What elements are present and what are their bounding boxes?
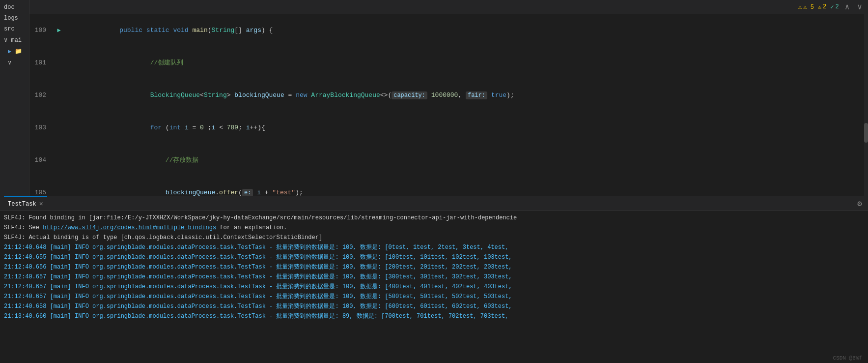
code-line-105: 105 blockingQueue.offer(e: i + "test"); — [29, 177, 868, 196]
main-container: doc logs src ∨ mai ▶ 📁 ∨ ⚠ ⚠ 5 ⚠ — [0, 0, 868, 363]
expand-arrow: ∨ — [4, 37, 11, 44]
line-number-104: 104 — [29, 155, 54, 166]
editor-scrollbar[interactable] — [864, 14, 868, 196]
code-editor: ⚠ ⚠ 5 ⚠ 2 ✓ 2 ∧ ∨ 100 — [29, 0, 868, 196]
line-number-105: 105 — [29, 187, 54, 196]
console-output[interactable]: SLF4J: Found binding in [jar:file:/E:/y-… — [0, 211, 868, 363]
log-line-8: 21:12:40.657 [main] INFO org.springblade… — [4, 292, 864, 302]
panel-tab-testtask[interactable]: TestTask × — [4, 196, 47, 211]
code-lines-container: 100 ▶ public static void main(String[] a… — [29, 14, 868, 196]
line-code-103: for (int i = 0 ;i < 789; i++){ — [64, 112, 868, 144]
code-scroll-area[interactable]: 100 ▶ public static void main(String[] a… — [29, 14, 868, 196]
log-line-1: SLF4J: See http://www.slf4j.org/codes.ht… — [4, 223, 864, 233]
line-number-100: 100 — [29, 25, 54, 36]
nav-up-button[interactable]: ∧ — [843, 1, 852, 13]
line-number-102: 102 — [29, 90, 54, 101]
log-text-3: 21:12:40.648 [main] INFO org.springblade… — [4, 244, 508, 251]
watermark: CSDN @6%f — [833, 355, 862, 361]
line-code-105: blockingQueue.offer(e: i + "test"); — [64, 177, 868, 196]
sidebar-item-src[interactable]: src — [0, 24, 29, 34]
line-code-102: BlockingQueue<String> blockingQueue = ne… — [64, 79, 868, 112]
log-line-2: SLF4J: Actual binding is of type [ch.qos… — [4, 233, 864, 242]
run-icon[interactable]: ▶ — [57, 25, 60, 36]
code-line-100: 100 ▶ public static void main(String[] a… — [29, 14, 868, 47]
line-code-104: //存放数据 — [64, 144, 868, 177]
line-number-101: 101 — [29, 58, 54, 68]
log-text-10: 21:13:40.660 [main] INFO org.springblade… — [4, 313, 508, 320]
log-text-8: 21:12:40.657 [main] INFO org.springblade… — [4, 293, 512, 300]
log-text-1a: SLF4J: See — [4, 224, 43, 231]
line-code-101: //创建队列 — [64, 47, 868, 79]
editor-section: doc logs src ∨ mai ▶ 📁 ∨ ⚠ ⚠ 5 ⚠ — [0, 0, 868, 196]
log-line-0: SLF4J: Found binding in [jar:file:/E:/y-… — [4, 213, 864, 223]
tab-close-button[interactable]: × — [39, 200, 43, 208]
log-text-0: SLF4J: Found binding in [jar:file:/E:/y-… — [4, 214, 517, 221]
tab-label: TestTask — [8, 201, 36, 208]
check-icon: ✓ — [830, 3, 834, 11]
log-text-4: 21:12:40.655 [main] INFO org.springblade… — [4, 254, 512, 261]
sidebar: doc logs src ∨ mai ▶ 📁 ∨ — [0, 0, 29, 196]
warning-icon: ⚠ — [798, 3, 802, 11]
log-text-9: 21:12:40.658 [main] INFO org.springblade… — [4, 303, 512, 310]
line-code-100: public static void main(String[] args) { — [64, 14, 868, 47]
line-gutter-100: ▶ — [54, 25, 64, 36]
sidebar-item-folder[interactable]: ▶ 📁 — [0, 46, 29, 57]
log-line-3: 21:12:40.648 [main] INFO org.springblade… — [4, 242, 864, 252]
log-text-5: 21:12:40.656 [main] INFO org.springblade… — [4, 264, 512, 271]
sidebar-item-expand[interactable]: ∨ — [0, 57, 29, 68]
code-line-104: 104 //存放数据 — [29, 144, 868, 177]
log-line-6: 21:12:40.657 [main] INFO org.springblade… — [4, 272, 864, 282]
check-badge: ✓ 2 — [830, 3, 839, 11]
log-link-1[interactable]: http://www.slf4j.org/codes.html#multiple… — [43, 224, 216, 231]
log-text-1b: for an explanation. — [220, 224, 287, 231]
status-bar: ⚠ ⚠ 5 ⚠ 2 ✓ 2 ∧ ∨ — [29, 0, 868, 14]
log-text-2: SLF4J: Actual binding is of type [ch.qos… — [4, 234, 322, 241]
nav-down-button[interactable]: ∨ — [855, 1, 864, 13]
warning-icon-2: ⚠ — [818, 3, 821, 11]
sidebar-item-mai[interactable]: ∨ mai — [0, 34, 29, 46]
bottom-panel: TestTask × ⚙ SLF4J: Found binding in [ja… — [0, 196, 868, 363]
panel-action-buttons: ⚙ — [855, 198, 864, 210]
scrollbar-thumb[interactable] — [864, 123, 868, 143]
log-text-7: 21:12:40.657 [main] INFO org.springblade… — [4, 283, 512, 290]
panel-tabs: TestTask × ⚙ — [0, 196, 868, 211]
settings-button[interactable]: ⚙ — [855, 198, 864, 210]
code-line-103: 103 for (int i = 0 ;i < 789; i++){ — [29, 112, 868, 144]
code-line-102: 102 BlockingQueue<String> blockingQueue … — [29, 79, 868, 112]
log-text-6: 21:12:40.657 [main] INFO org.springblade… — [4, 273, 512, 280]
log-line-7: 21:12:40.657 [main] INFO org.springblade… — [4, 282, 864, 292]
code-line-101: 101 //创建队列 — [29, 47, 868, 79]
warning-badge-2: ⚠ 2 — [818, 3, 826, 11]
line-number-103: 103 — [29, 122, 54, 133]
log-line-4: 21:12:40.655 [main] INFO org.springblade… — [4, 252, 864, 262]
log-line-9: 21:12:40.658 [main] INFO org.springblade… — [4, 302, 864, 311]
warning-badge-5: ⚠ ⚠ 5 — [798, 3, 814, 11]
log-line-5: 21:12:40.656 [main] INFO org.springblade… — [4, 262, 864, 272]
log-line-10: 21:13:40.660 [main] INFO org.springblade… — [4, 311, 864, 321]
sidebar-item-logs[interactable]: logs — [0, 13, 29, 24]
sidebar-item-doc[interactable]: doc — [0, 2, 29, 13]
